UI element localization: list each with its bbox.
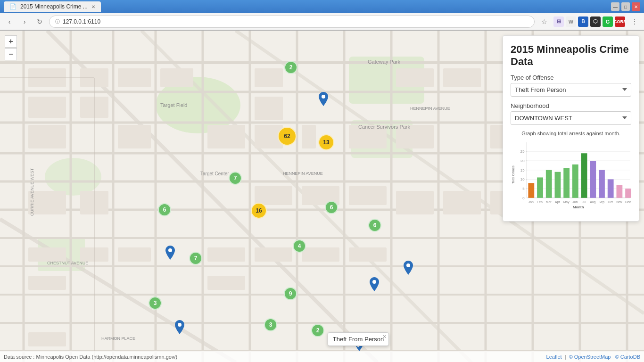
bookmark-btn[interactable]: ☆: [538, 16, 550, 27]
svg-text:Aug: Aug: [590, 200, 595, 204]
map-footer: Data source : Minneapolis Open Data (htt…: [0, 351, 644, 362]
svg-rect-67: [396, 191, 434, 214]
cluster-marker[interactable]: 13: [318, 134, 334, 150]
sidebar-title: 2015 Minneapolis Crime Data: [511, 43, 631, 68]
zoom-in-btn[interactable]: +: [5, 35, 17, 48]
footer-left: Data source : Minneapolis Open Data (htt…: [4, 354, 177, 360]
svg-rect-103: [608, 179, 614, 197]
cluster-marker[interactable]: 16: [251, 203, 267, 219]
zoom-out-btn[interactable]: −: [5, 48, 17, 60]
pin-marker[interactable]: [319, 92, 328, 106]
svg-rect-57: [28, 247, 66, 262]
ext-b-icon[interactable]: B: [578, 16, 588, 27]
svg-rect-59: [28, 276, 66, 290]
ext-wp-icon[interactable]: W: [566, 16, 576, 27]
back-btn[interactable]: ‹: [4, 16, 15, 27]
forward-btn[interactable]: ›: [19, 16, 30, 27]
svg-rect-100: [581, 153, 587, 198]
svg-text:Jun: Jun: [572, 200, 578, 203]
svg-rect-54: [443, 68, 481, 87]
pin-marker[interactable]: [370, 277, 379, 291]
pin-marker[interactable]: [404, 261, 413, 275]
svg-rect-63: [207, 276, 245, 290]
settings-btn[interactable]: ⋮: [629, 16, 640, 27]
svg-text:Feb: Feb: [537, 200, 543, 203]
svg-rect-37: [28, 97, 66, 118]
svg-rect-42: [118, 125, 151, 148]
svg-rect-39: [28, 125, 66, 148]
carto-link[interactable]: © CartoDB: [615, 354, 640, 360]
svg-rect-45: [255, 97, 283, 120]
svg-text:Dec: Dec: [625, 200, 631, 203]
browser-tab[interactable]: 📄 2015 Minneapolis Crime ... ✕: [4, 1, 101, 12]
svg-point-120: [322, 95, 325, 99]
maximize-btn[interactable]: □: [621, 2, 630, 11]
svg-point-122: [178, 323, 182, 327]
cluster-marker[interactable]: 6: [158, 203, 171, 216]
svg-text:Total Crimes: Total Crimes: [512, 165, 515, 184]
pin-marker[interactable]: [165, 246, 175, 260]
cluster-marker[interactable]: 7: [229, 172, 242, 185]
offense-label: Type of Offense: [511, 74, 631, 81]
svg-point-121: [168, 248, 172, 252]
ext-grid-icon[interactable]: ⊞: [553, 16, 564, 27]
svg-rect-47: [255, 186, 292, 205]
offense-select[interactable]: Theft From Person Burglary Robbery Auto …: [511, 83, 631, 97]
address-bar[interactable]: ⓘ 127.0.0.1:6110: [49, 16, 535, 28]
cluster-marker[interactable]: 3: [264, 318, 277, 331]
address-lock-icon: ⓘ: [55, 18, 60, 25]
footer-right: Leaflet | © OpenStreetMap © CartoDB: [546, 354, 640, 360]
svg-rect-60: [28, 332, 66, 346]
svg-rect-40: [118, 68, 151, 87]
svg-text:Jan: Jan: [528, 200, 534, 203]
svg-text:Oct: Oct: [608, 200, 613, 203]
tab-close-btn[interactable]: ✕: [91, 4, 95, 9]
svg-rect-44: [255, 68, 283, 87]
address-text: 127.0.0.1:6110: [63, 18, 100, 25]
svg-rect-48: [302, 125, 316, 148]
ext-1p-icon[interactable]: ⬡: [590, 16, 601, 27]
nav-bar: ‹ › ↻ ⓘ 127.0.0.1:6110 ☆ ⊞ W B ⬡ G CORS …: [0, 13, 644, 30]
svg-rect-104: [616, 185, 622, 198]
tab-title: 2015 Minneapolis Crime ...: [20, 3, 88, 10]
minimize-btn[interactable]: —: [611, 2, 619, 11]
cluster-marker[interactable]: 2: [311, 324, 324, 337]
cluster-marker[interactable]: 6: [325, 201, 338, 214]
svg-rect-50: [349, 125, 387, 148]
map-zoom-controls: + −: [5, 35, 17, 60]
ext-g-icon[interactable]: G: [603, 16, 613, 27]
browser-extensions: ⊞ W B ⬡ G CORS: [553, 16, 625, 27]
window-controls: — □ ✕: [611, 2, 640, 11]
chart-area: 0 5 10 15 20 25: [511, 138, 631, 214]
svg-text:Apr: Apr: [555, 200, 560, 204]
svg-rect-43: [207, 125, 245, 148]
neighborhood-select[interactable]: DOWNTOWN WEST DOWNTOWN EAST NORTH LOOP E…: [511, 111, 631, 125]
cluster-marker[interactable]: 4: [293, 239, 306, 253]
ext-cors-icon[interactable]: CORS: [615, 16, 625, 27]
leaflet-link[interactable]: Leaflet: [546, 354, 562, 360]
neighborhood-label: Neighborhood: [511, 102, 631, 109]
svg-text:Month: Month: [573, 205, 584, 209]
svg-rect-94: [528, 183, 534, 198]
cluster-marker[interactable]: 7: [189, 252, 202, 265]
svg-point-123: [372, 280, 376, 284]
svg-text:25: 25: [520, 149, 525, 154]
tooltip-close-btn[interactable]: ✕: [382, 334, 387, 340]
pin-marker[interactable]: [175, 320, 184, 334]
svg-text:Nov: Nov: [616, 200, 622, 203]
cluster-marker[interactable]: 2: [284, 61, 297, 74]
svg-text:20: 20: [520, 159, 525, 163]
sidebar-panel: 2015 Minneapolis Crime Data Type of Offe…: [503, 35, 639, 222]
cluster-marker[interactable]: 9: [284, 287, 297, 300]
cluster-marker[interactable]: 62: [278, 127, 297, 146]
svg-text:Sep: Sep: [599, 200, 604, 204]
reload-btn[interactable]: ↻: [34, 16, 45, 27]
osm-link[interactable]: © OpenStreetMap: [569, 354, 611, 360]
browser-chrome: 📄 2015 Minneapolis Crime ... ✕ — □ ✕ ‹ ›…: [0, 0, 644, 31]
cluster-marker[interactable]: 6: [368, 219, 381, 232]
svg-text:Jul: Jul: [582, 200, 586, 203]
map-container[interactable]: Gateway Park Target Field Target Center …: [0, 31, 644, 362]
chart-title: Graph showing total arrests against mont…: [511, 131, 631, 136]
cluster-marker[interactable]: 3: [149, 296, 162, 310]
close-btn[interactable]: ✕: [632, 2, 640, 11]
